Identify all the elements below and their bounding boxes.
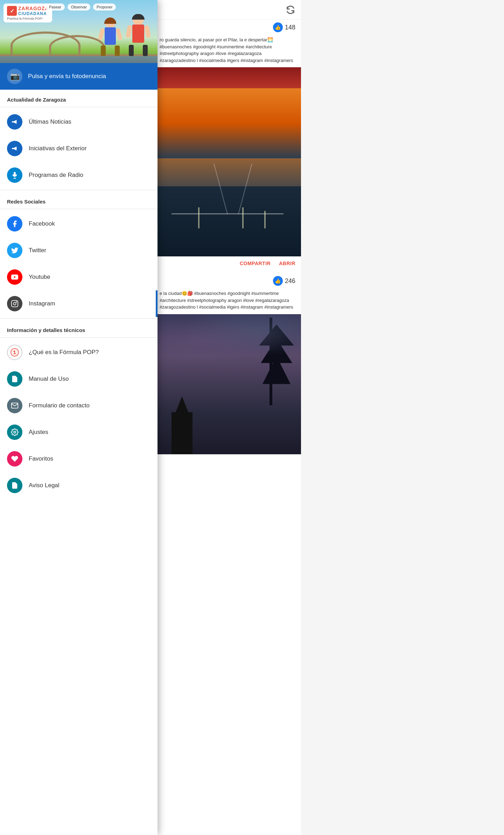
svg-point-5 [13, 302, 16, 305]
svg-point-6 [16, 302, 17, 302]
divider-5 [0, 337, 158, 338]
youtube-icon [7, 269, 22, 285]
like-thumb-icon: 👍 [273, 22, 283, 32]
top-bar [154, 0, 301, 20]
divider-2 [0, 190, 158, 190]
character-girl [98, 18, 122, 56]
divider-4 [0, 318, 158, 319]
menu-item-manual[interactable]: Manual de Uso [0, 366, 158, 392]
menu-item-aviso[interactable]: Aviso Legal [0, 472, 158, 499]
menu-item-twitter[interactable]: Twitter [0, 237, 158, 264]
aviso-icon [7, 478, 22, 493]
aviso-label: Aviso Legal [29, 482, 59, 489]
svg-point-11 [14, 431, 16, 433]
bubble-observar: Observar [68, 4, 90, 11]
menu-item-formula[interactable]: ¿Qué es la Fórmula POP? [0, 339, 158, 366]
menu-item-ajustes[interactable]: Ajustes [0, 419, 158, 446]
menu-item-youtube[interactable]: Youtube [0, 264, 158, 290]
iniciativas-label: Iniciativas del Exterior [29, 145, 86, 152]
post1-actions: COMPARTIR ABRIR [154, 256, 301, 270]
twitter-label: Twitter [29, 247, 46, 254]
noticias-label: Últimas Noticias [29, 118, 71, 125]
favoritos-icon [7, 451, 22, 467]
svg-rect-4 [12, 301, 18, 307]
menu-item-iniciativas[interactable]: Iniciativas del Exterior [0, 135, 158, 162]
header-bubbles: Pasear Observar Proponer [46, 4, 116, 11]
post1-text: ro guarda silencio, al pasar por el Pila… [154, 35, 301, 67]
post2-likes-count: 246 [285, 277, 295, 285]
logo-zaragoza: ZARAGOZA [18, 6, 49, 11]
post2-text: e la ciudad😊🎒 #buenasnoches #goodnight #… [154, 289, 301, 314]
refresh-icon[interactable] [286, 5, 295, 15]
ajustes-label: Ajustes [29, 429, 48, 436]
twitter-icon [7, 243, 22, 258]
youtube-label: Youtube [29, 274, 50, 281]
menu-item-radio[interactable]: Programas de Radio [0, 162, 158, 188]
logo-box: ✓ ZARAGOZA CIUDADANA Practica la Fórmula… [4, 4, 52, 22]
menu-item-instagram[interactable]: Instagram [0, 290, 158, 317]
instagram-label: Instagram [29, 300, 55, 307]
right-panel: 👍 148 ro guarda silencio, al pasar por e… [154, 0, 301, 835]
logo-ciudadana: CIUDADANA [18, 11, 49, 16]
sidebar-header: ✓ ZARAGOZA CIUDADANA Practica la Fórmula… [0, 0, 158, 63]
speaker-icon [7, 141, 22, 156]
menu-item-facebook[interactable]: Facebook [0, 211, 158, 237]
microphone-icon [7, 167, 22, 183]
like-thumb-icon-2: 👍 [273, 276, 283, 286]
post1-likes-row: 👍 148 [154, 20, 301, 35]
manual-icon [7, 371, 22, 387]
post1-likes-count: 148 [285, 24, 295, 31]
sidebar: ✓ ZARAGOZA CIUDADANA Practica la Fórmula… [0, 0, 158, 835]
open-button[interactable]: ABRIR [279, 261, 295, 266]
bubble-pasear: Pasear [46, 4, 65, 11]
favoritos-label: Favoritos [29, 455, 53, 462]
active-indicator [156, 290, 158, 317]
menu-item-noticias[interactable]: Últimas Noticias [0, 109, 158, 135]
menu-item-favoritos[interactable]: Favoritos [0, 446, 158, 472]
section-actualidad-label: Actualidad de Zaragoza [0, 90, 158, 105]
formula-label: ¿Qué es la Fórmula POP? [29, 349, 99, 356]
facebook-icon [7, 216, 22, 232]
megaphone-icon [7, 114, 22, 130]
section-info-label: Información y detalles técnicos [0, 320, 158, 336]
formula-icon [7, 345, 22, 360]
divider-3 [0, 209, 158, 209]
facebook-label: Facebook [29, 220, 55, 227]
share-button[interactable]: COMPARTIR [240, 261, 271, 266]
instagram-icon [7, 296, 22, 311]
radio-label: Programas de Radio [29, 172, 83, 179]
contacto-icon [7, 398, 22, 413]
menu-item-contacto[interactable]: Formulario de contacto [0, 392, 158, 419]
contacto-label: Formulario de contacto [29, 402, 90, 409]
photo-btn-label: Pulsa y envía tu fotodenuncia [28, 73, 106, 80]
ajustes-icon [7, 425, 22, 440]
logo-subtitle: Practica la Fórmula POP! [7, 17, 43, 20]
post-card-2: 👍 246 e la ciudad😊🎒 #buenasnoches #goodn… [154, 273, 301, 454]
post2-image [154, 314, 301, 454]
photo-report-button[interactable]: 📷 Pulsa y envía tu fotodenuncia [0, 63, 158, 90]
bubble-proponer: Proponer [93, 4, 116, 11]
post2-likes-row: 👍 246 [154, 273, 301, 289]
post1-image [154, 67, 301, 256]
post-card-1: 👍 148 ro guarda silencio, al pasar por e… [154, 20, 301, 270]
section-redes-label: Redes Sociales [0, 192, 158, 207]
divider-1 [0, 107, 158, 107]
manual-label: Manual de Uso [29, 375, 69, 382]
camera-icon: 📷 [7, 69, 22, 84]
character-boy [126, 14, 150, 56]
